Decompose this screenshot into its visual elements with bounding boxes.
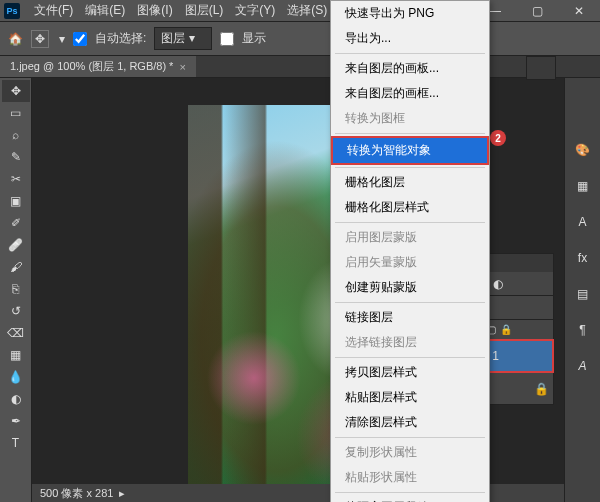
- menu-separator: [335, 167, 485, 168]
- menu-item: 选择链接图层: [331, 330, 489, 355]
- menu-item: 启用图层蒙版: [331, 225, 489, 250]
- menu-separator: [335, 302, 485, 303]
- move-tool[interactable]: ✥: [2, 80, 30, 102]
- doc-dimensions: 500 像素 x 281: [40, 486, 113, 501]
- frame-tool[interactable]: ▣: [2, 190, 30, 212]
- ps-logo: Ps: [4, 3, 20, 19]
- lock-all-icon[interactable]: 🔒: [500, 324, 512, 335]
- menu-item[interactable]: 从隔离图层释放: [331, 495, 489, 502]
- eraser-tool[interactable]: ⌫: [2, 322, 30, 344]
- healing-brush-tool[interactable]: 🩹: [2, 234, 30, 256]
- auto-select-target[interactable]: 图层 ▾: [154, 27, 211, 50]
- marquee-tool[interactable]: ▭: [2, 102, 30, 124]
- clone-stamp-tool[interactable]: ⎘: [2, 278, 30, 300]
- menu-item[interactable]: 栅格化图层样式: [331, 195, 489, 220]
- document-tab[interactable]: 1.jpeg @ 100% (图层 1, RGB/8) * ×: [0, 56, 196, 77]
- brush-tool[interactable]: 🖌: [2, 256, 30, 278]
- quick-select-tool[interactable]: ✎: [2, 146, 30, 168]
- menu-image[interactable]: 图像(I): [131, 2, 178, 19]
- auto-select-checkbox[interactable]: [73, 32, 87, 46]
- right-panel-rail: 🎨 ▦ A fx ▤ ¶ A: [564, 78, 600, 502]
- menu-item[interactable]: 转换为智能对象: [331, 136, 489, 165]
- document-tabbar: 1.jpeg @ 100% (图层 1, RGB/8) * ×: [0, 56, 600, 78]
- menu-separator: [335, 222, 485, 223]
- menu-type[interactable]: 文字(Y): [229, 2, 281, 19]
- paragraph-panel-icon[interactable]: ¶: [571, 318, 595, 342]
- menu-item[interactable]: 栅格化图层: [331, 170, 489, 195]
- menu-item[interactable]: 清除图层样式: [331, 410, 489, 435]
- blur-tool[interactable]: 💧: [2, 366, 30, 388]
- gradient-tool[interactable]: ▦: [2, 344, 30, 366]
- eyedropper-tool[interactable]: ✐: [2, 212, 30, 234]
- menu-item[interactable]: 导出为...: [331, 26, 489, 51]
- home-icon[interactable]: 🏠: [8, 32, 23, 46]
- filter-adjust-icon[interactable]: ◐: [493, 277, 503, 291]
- lock-icon: 🔒: [534, 382, 549, 396]
- menu-item[interactable]: 来自图层的画板...: [331, 56, 489, 81]
- adjustments-panel-icon[interactable]: ▤: [571, 282, 595, 306]
- menu-separator: [335, 53, 485, 54]
- dodge-tool[interactable]: ◐: [2, 388, 30, 410]
- menu-item: 粘贴形状属性: [331, 465, 489, 490]
- menu-item[interactable]: 创建剪贴蒙版: [331, 275, 489, 300]
- color-panel-icon[interactable]: 🎨: [571, 138, 595, 162]
- layer-context-menu: 快速导出为 PNG导出为...来自图层的画板...来自图层的画框...转换为图框…: [330, 0, 490, 502]
- window-controls: — ▢ ✕: [474, 0, 600, 22]
- history-brush-tool[interactable]: ↺: [2, 300, 30, 322]
- options-bar: 🏠 ✥ ▾ 自动选择: 图层 ▾ 显示: [0, 22, 600, 56]
- type-tool[interactable]: T: [2, 432, 30, 454]
- styles-panel-icon[interactable]: fx: [571, 246, 595, 270]
- annotation-badge-2: 2: [490, 130, 506, 146]
- menu-item[interactable]: 粘贴图层样式: [331, 385, 489, 410]
- maximize-button[interactable]: ▢: [516, 0, 558, 22]
- pen-tool[interactable]: ✒: [2, 410, 30, 432]
- menu-edit[interactable]: 编辑(E): [79, 2, 131, 19]
- menu-item[interactable]: 来自图层的画框...: [331, 81, 489, 106]
- menu-item: 启用矢量蒙版: [331, 250, 489, 275]
- tool-palette: ✥ ▭ ⌕ ✎ ✂ ▣ ✐ 🩹 🖌 ⎘ ↺ ⌫ ▦ 💧 ◐ ✒ T: [0, 78, 32, 502]
- menubar: Ps 文件(F) 编辑(E) 图像(I) 图层(L) 文字(Y) 选择(S) —…: [0, 0, 600, 22]
- document-tab-title: 1.jpeg @ 100% (图层 1, RGB/8) *: [10, 59, 173, 74]
- menu-separator: [335, 437, 485, 438]
- close-tab-icon[interactable]: ×: [179, 61, 185, 73]
- show-transform-checkbox[interactable]: [220, 32, 234, 46]
- lasso-tool[interactable]: ⌕: [2, 124, 30, 146]
- character-panel-icon[interactable]: A: [571, 210, 595, 234]
- menu-item[interactable]: 链接图层: [331, 305, 489, 330]
- move-tool-preset-icon[interactable]: ✥: [31, 30, 49, 48]
- crop-tool[interactable]: ✂: [2, 168, 30, 190]
- menu-item: 转换为图框: [331, 106, 489, 131]
- menu-item[interactable]: 拷贝图层样式: [331, 360, 489, 385]
- menu-separator: [335, 492, 485, 493]
- menu-item[interactable]: 快速导出为 PNG: [331, 1, 489, 26]
- menu-separator: [335, 357, 485, 358]
- menu-layer[interactable]: 图层(L): [179, 2, 230, 19]
- workspace-switcher[interactable]: [526, 56, 556, 80]
- close-button[interactable]: ✕: [558, 0, 600, 22]
- workspace: ✥ ▭ ⌕ ✎ ✂ ▣ ✐ 🩹 🖌 ⎘ ↺ ⌫ ▦ 💧 ◐ ✒ T 图层 🔍 类…: [0, 78, 600, 502]
- menu-file[interactable]: 文件(F): [28, 2, 79, 19]
- show-transform-label: 显示: [242, 30, 266, 47]
- glyphs-panel-icon[interactable]: A: [571, 354, 595, 378]
- menu-separator: [335, 133, 485, 134]
- menu-item: 复制形状属性: [331, 440, 489, 465]
- auto-select-label: 自动选择:: [95, 30, 146, 47]
- preset-dropdown[interactable]: ▾: [59, 32, 65, 46]
- menu-select[interactable]: 选择(S): [281, 2, 333, 19]
- swatches-panel-icon[interactable]: ▦: [571, 174, 595, 198]
- status-dropdown[interactable]: ▸: [119, 487, 125, 500]
